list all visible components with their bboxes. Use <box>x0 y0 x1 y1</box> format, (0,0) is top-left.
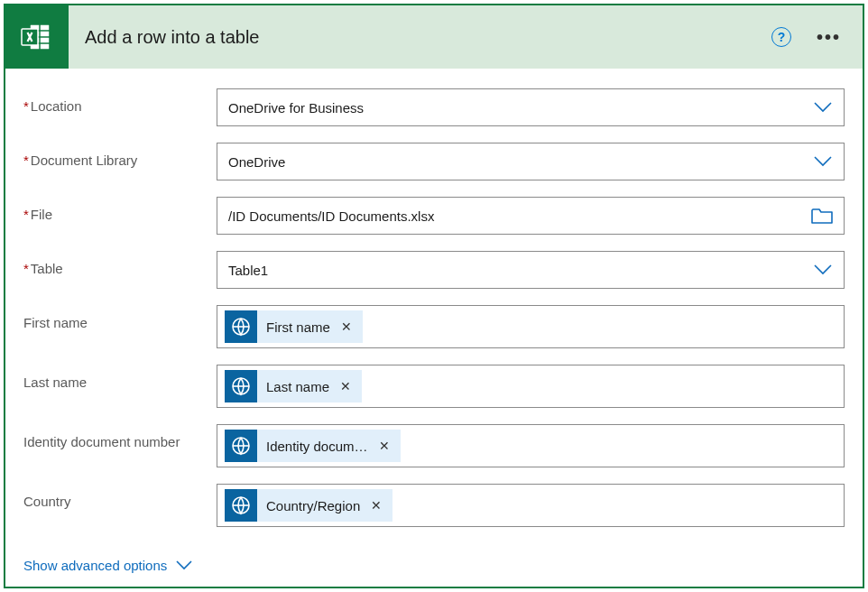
remove-token-icon[interactable]: ✕ <box>377 439 392 453</box>
file-picker[interactable]: /ID Documents/ID Documents.xlsx <box>217 197 845 235</box>
row-library: *Document Library OneDrive <box>23 143 845 180</box>
table-dropdown[interactable]: Table1 <box>217 251 845 289</box>
file-value: /ID Documents/ID Documents.xlsx <box>228 208 811 224</box>
label-last-name: Last name <box>23 365 217 392</box>
row-first-name: First name First name ✕ <box>23 305 845 348</box>
header-actions: ? ••• <box>771 27 848 48</box>
card-header: Add a row into a table ? ••• <box>5 5 863 69</box>
label-location: *Location <box>23 88 217 116</box>
table-value: Table1 <box>228 263 813 278</box>
remove-token-icon[interactable]: ✕ <box>369 498 383 513</box>
row-id-number: Identity document number Identity docum…… <box>23 424 845 467</box>
dynamic-token[interactable]: Country/Region ✕ <box>225 489 392 522</box>
folder-icon[interactable] <box>811 208 833 224</box>
chevron-down-icon <box>813 260 833 280</box>
label-id-number: Identity document number <box>23 424 217 451</box>
location-value: OneDrive for Business <box>228 100 813 116</box>
dynamic-token[interactable]: First name ✕ <box>225 310 363 343</box>
remove-token-icon[interactable]: ✕ <box>338 379 353 393</box>
card-body: *Location OneDrive for Business *Documen… <box>5 69 863 591</box>
chevron-down-icon <box>813 152 833 171</box>
row-file: *File /ID Documents/ID Documents.xlsx <box>23 197 845 235</box>
chevron-down-icon <box>813 97 833 117</box>
excel-icon <box>5 5 69 69</box>
row-country: Country Country/Region ✕ <box>23 484 845 527</box>
row-table: *Table Table1 <box>23 251 845 289</box>
dynamic-token[interactable]: Last name ✕ <box>225 370 362 402</box>
ai-builder-icon <box>225 310 257 343</box>
remove-token-icon[interactable]: ✕ <box>339 319 354 334</box>
id-number-input[interactable]: Identity docum… ✕ <box>217 424 845 467</box>
location-dropdown[interactable]: OneDrive for Business <box>217 88 845 126</box>
first-name-input[interactable]: First name ✕ <box>217 305 845 348</box>
label-table: *Table <box>23 251 217 278</box>
row-last-name: Last name Last name ✕ <box>23 365 845 408</box>
chevron-down-icon <box>176 560 192 570</box>
row-location: *Location OneDrive for Business <box>23 88 845 126</box>
last-name-input[interactable]: Last name ✕ <box>217 365 845 408</box>
label-first-name: First name <box>23 305 217 332</box>
card-title: Add a row into a table <box>85 27 771 48</box>
action-card: Add a row into a table ? ••• *Location O… <box>4 4 864 588</box>
ai-builder-icon <box>225 430 257 462</box>
show-advanced-options[interactable]: Show advanced options <box>23 558 192 573</box>
ai-builder-icon <box>225 370 257 402</box>
country-input[interactable]: Country/Region ✕ <box>217 484 845 527</box>
label-file: *File <box>23 197 217 224</box>
library-dropdown[interactable]: OneDrive <box>217 143 845 180</box>
ai-builder-icon <box>225 489 257 522</box>
label-library: *Document Library <box>23 143 217 170</box>
label-country: Country <box>23 484 217 511</box>
overflow-menu-icon[interactable]: ••• <box>817 27 848 48</box>
library-value: OneDrive <box>228 154 813 170</box>
dynamic-token[interactable]: Identity docum… ✕ <box>225 430 401 462</box>
help-icon[interactable]: ? <box>771 27 791 47</box>
